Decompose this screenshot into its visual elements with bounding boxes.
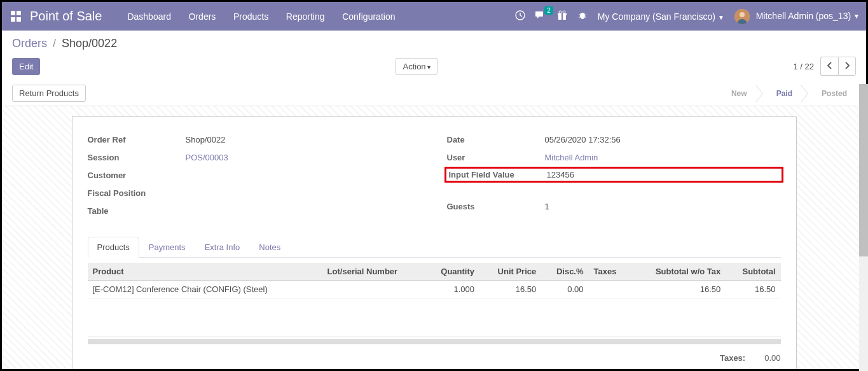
col-discount: Disc.% (541, 263, 588, 281)
order-lines-table: Product Lot/serial Number Quantity Unit … (88, 263, 781, 337)
date-label: Date (447, 135, 545, 144)
fiscal-position-label: Fiscal Position (88, 188, 186, 198)
menu-products[interactable]: Products (233, 11, 268, 22)
user-menu[interactable]: Mitchell Admin (pos_13)▼ (734, 9, 860, 24)
tab-notes[interactable]: Notes (249, 237, 290, 258)
breadcrumb-current: Shop/0022 (62, 37, 117, 50)
status-paid[interactable]: Paid (764, 85, 801, 102)
clock-icon[interactable] (515, 10, 525, 22)
taxes-total-value: 0.00 (764, 353, 780, 363)
content-area: Order RefShop/0022 SessionPOS/00003 Cust… (2, 106, 866, 370)
cell-quantity: 1.000 (424, 281, 479, 298)
statusbar: New Paid Posted (719, 85, 856, 102)
table-label: Table (88, 206, 186, 216)
bug-icon[interactable] (577, 10, 588, 22)
col-subtotal: Subtotal (726, 263, 780, 281)
pager-nav (820, 57, 856, 76)
col-taxes: Taxes (589, 263, 631, 281)
guests-label: Guests (447, 202, 545, 211)
order-ref-label: Order Ref (88, 135, 186, 144)
user-name: Mitchell Admin (pos_13) (756, 10, 851, 20)
status-posted[interactable]: Posted (809, 85, 856, 102)
cell-taxes (589, 281, 631, 298)
breadcrumb-root[interactable]: Orders (12, 37, 47, 50)
cell-product: [E-COM12] Conference Chair (CONFIG) (Ste… (88, 281, 322, 298)
svg-rect-3 (561, 13, 563, 20)
gift-icon[interactable] (557, 10, 567, 22)
totals: Taxes: 0.00 (88, 353, 781, 363)
guests-value: 1 (545, 202, 781, 211)
cell-subtotal: 16.50 (726, 281, 780, 298)
cell-unit-price: 16.50 (479, 281, 541, 298)
form-right-col: Date05/26/2020 17:32:56 UserMitchell Adm… (447, 132, 781, 221)
tab-payments[interactable]: Payments (139, 237, 195, 258)
control-panel: Orders / Shop/0022 Edit Action 1 / 22 (2, 31, 866, 76)
empty-row (88, 298, 781, 337)
pager-prev-button[interactable] (820, 57, 838, 76)
col-unit-price: Unit Price (479, 263, 541, 281)
menu-configuration[interactable]: Configuration (342, 11, 395, 22)
form-sheet: Order RefShop/0022 SessionPOS/00003 Cust… (72, 116, 797, 370)
col-quantity: Quantity (424, 263, 479, 281)
user-label: User (447, 153, 545, 162)
pager-text: 1 / 22 (793, 62, 814, 71)
breadcrumb-sep: / (53, 37, 56, 50)
app-title: Point of Sale (30, 9, 102, 24)
input-field-value: 123456 (547, 170, 779, 179)
horizontal-scrollbar[interactable] (88, 339, 781, 344)
vertical-scrollbar[interactable] (859, 84, 868, 371)
company-switcher[interactable]: My Company (San Francisco)▼ (598, 11, 724, 22)
status-new[interactable]: New (719, 85, 756, 102)
company-name: My Company (San Francisco) (598, 11, 715, 22)
input-field-highlight: Input Field Value123456 (444, 167, 783, 183)
menu-orders[interactable]: Orders (189, 11, 216, 22)
status-row: Return Products New Paid Posted (2, 82, 866, 106)
customer-label: Customer (88, 171, 186, 180)
chevron-right-icon (756, 85, 764, 102)
form-left-col: Order RefShop/0022 SessionPOS/00003 Cust… (88, 132, 422, 221)
pager-next-button[interactable] (838, 57, 856, 76)
tabs: Products Payments Extra Info Notes (88, 237, 781, 258)
taxes-total-label: Taxes: (720, 353, 745, 363)
input-field-label: Input Field Value (449, 170, 547, 179)
svg-point-8 (740, 12, 745, 17)
col-subtotal-wo-tax: Subtotal w/o Tax (630, 263, 726, 281)
user-link[interactable]: Mitchell Admin (545, 153, 598, 162)
cell-subtotal-wo-tax: 16.50 (630, 281, 726, 298)
chevron-right-icon (801, 85, 809, 102)
apps-icon[interactable] (11, 11, 22, 22)
breadcrumb: Orders / Shop/0022 (12, 37, 856, 50)
cell-discount: 0.00 (541, 281, 588, 298)
avatar-icon (734, 9, 750, 24)
edit-button[interactable]: Edit (12, 58, 40, 75)
col-lot: Lot/serial Number (322, 263, 424, 281)
messages-icon[interactable]: 2 (535, 10, 547, 22)
table-header-row: Product Lot/serial Number Quantity Unit … (88, 263, 781, 281)
date-value: 05/26/2020 17:32:56 (545, 135, 781, 144)
tab-products[interactable]: Products (88, 237, 139, 258)
menu-dashboard[interactable]: Dashboard (127, 11, 171, 22)
main-menu: Dashboard Orders Products Reporting Conf… (127, 11, 410, 22)
menu-reporting[interactable]: Reporting (286, 11, 325, 22)
return-products-button[interactable]: Return Products (12, 85, 86, 102)
action-button[interactable]: Action (396, 58, 437, 75)
session-label: Session (88, 153, 186, 162)
cell-lot (322, 281, 424, 298)
top-nav: Point of Sale Dashboard Orders Products … (2, 2, 866, 31)
messages-badge: 2 (544, 6, 553, 15)
order-ref-value: Shop/0022 (186, 135, 422, 144)
tab-extra-info[interactable]: Extra Info (195, 237, 250, 258)
table-row[interactable]: [E-COM12] Conference Chair (CONFIG) (Ste… (88, 281, 781, 298)
svg-point-5 (563, 11, 565, 13)
svg-point-4 (559, 11, 561, 13)
session-link[interactable]: POS/00003 (186, 153, 228, 162)
col-product: Product (88, 263, 322, 281)
